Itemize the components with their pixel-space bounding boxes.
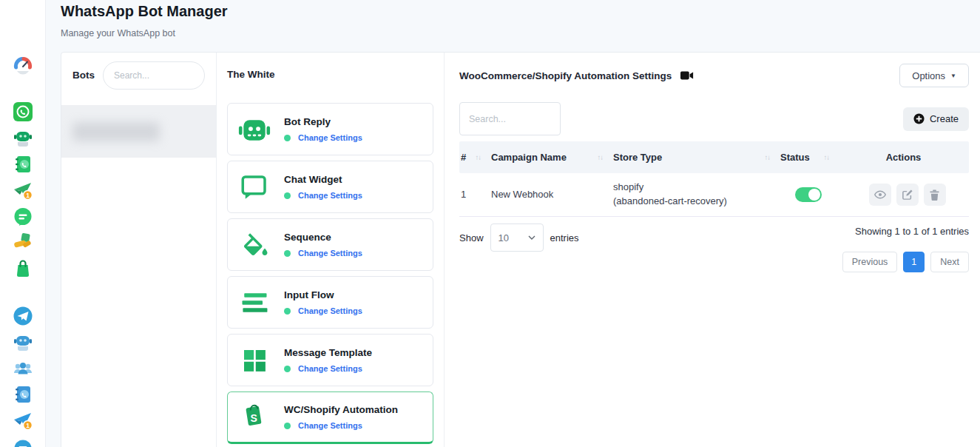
status-dot — [284, 423, 291, 429]
send-green-badge-icon[interactable]: 1 — [13, 180, 33, 201]
status-cell — [779, 187, 838, 202]
sort-icon: ↑↓ — [765, 153, 771, 161]
column-header-status[interactable]: Status↑↓ — [779, 152, 838, 163]
column-header-num[interactable]: #↑↓ — [459, 152, 490, 163]
chat-bubble-icon — [237, 170, 271, 204]
bot-features-panel: The White Bot Reply — [217, 53, 445, 447]
delete-button[interactable] — [924, 184, 946, 206]
pagination: Previous 1 Next — [842, 252, 969, 272]
store-type-cell: shopify (abandoned-cart-recovery) — [612, 181, 779, 209]
show-label: Show — [459, 232, 484, 243]
change-settings-link[interactable]: Change Settings — [298, 249, 362, 258]
plus-circle-icon — [913, 113, 925, 124]
previous-page-button[interactable]: Previous — [842, 252, 898, 272]
actions-cell — [838, 184, 969, 206]
panel-title: WooCommerce/Shopify Automation Settings — [459, 70, 672, 81]
chat-green-icon[interactable] — [13, 206, 33, 227]
users-blue-icon[interactable] — [13, 358, 33, 379]
feature-title: Chat Widget — [284, 174, 362, 185]
status-dot — [284, 135, 291, 141]
change-settings-link[interactable]: Change Settings — [298, 191, 362, 200]
feature-title: Bot Reply — [284, 116, 362, 127]
robot-blue-icon[interactable] — [13, 332, 33, 352]
whatsapp-icon[interactable] — [13, 101, 33, 122]
contacts-blue-icon[interactable] — [13, 384, 33, 405]
bots-search-input[interactable] — [103, 61, 205, 90]
row-number: 1 — [459, 188, 490, 202]
shopify-bag-icon: S — [237, 400, 271, 434]
robot-green-icon[interactable] — [13, 127, 33, 148]
grid-icon — [237, 343, 271, 377]
page-subtitle: Manage your WhatsApp bot — [61, 28, 175, 38]
feature-title: Input Flow — [284, 289, 362, 300]
status-dot — [284, 308, 291, 315]
svg-text:1: 1 — [26, 192, 30, 199]
column-header-campaign[interactable]: Campaign Name↑↓ — [490, 152, 612, 163]
chevron-down-icon: ▼ — [950, 73, 956, 79]
table-summary: Showing 1 to 1 of 1 entries — [855, 226, 969, 237]
sort-icon: ↑↓ — [598, 153, 604, 161]
feature-card-wc-shopify[interactable]: S WC/Shopify Automation Change Settings — [227, 391, 433, 444]
contacts-green-icon[interactable] — [13, 154, 33, 175]
page-title: WhatsApp Bot Manager — [61, 3, 228, 20]
paint-bucket-icon — [237, 228, 271, 262]
column-header-actions: Actions — [838, 152, 969, 163]
change-settings-link[interactable]: Change Settings — [298, 133, 362, 142]
change-settings-link[interactable]: Change Settings — [298, 306, 362, 315]
sort-icon: ↑↓ — [476, 153, 481, 161]
table-search-input[interactable] — [459, 102, 561, 135]
create-button[interactable]: Create — [903, 107, 969, 131]
bots-panel: Bots — [61, 53, 217, 447]
feature-card-chat-widget[interactable]: Chat Widget Change Settings — [227, 161, 433, 213]
next-page-button[interactable]: Next — [930, 252, 969, 272]
app-icon-sidebar: 1 — [0, 0, 46, 447]
options-button[interactable]: Options ▼ — [899, 64, 969, 87]
change-settings-link[interactable]: Change Settings — [298, 364, 362, 373]
dashboard-gauge-icon[interactable] — [13, 56, 33, 76]
status-toggle[interactable] — [795, 187, 822, 202]
video-camera-icon[interactable] — [680, 71, 694, 80]
automation-table: #↑↓ Campaign Name↑↓ Store Type↑↓ Status↑… — [459, 141, 969, 217]
change-settings-link[interactable]: Change Settings — [298, 421, 362, 430]
feature-card-bot-reply[interactable]: Bot Reply Change Settings — [227, 103, 433, 155]
svg-text:S: S — [250, 412, 257, 424]
telegram-icon[interactable] — [13, 306, 33, 326]
robot-icon — [237, 112, 271, 147]
entries-label: entries — [550, 232, 579, 243]
feature-title: WC/Shopify Automation — [284, 404, 398, 415]
sort-icon: ↑↓ — [824, 153, 830, 161]
chevron-down-icon — [528, 235, 535, 240]
status-dot — [284, 250, 291, 257]
campaign-name-cell: New Webhook — [490, 188, 612, 202]
edit-button[interactable] — [896, 184, 919, 206]
page-1-button[interactable]: 1 — [903, 252, 925, 272]
column-header-store-type[interactable]: Store Type↑↓ — [612, 152, 779, 163]
bot-name-redacted — [72, 122, 160, 141]
shopping-bag-icon[interactable] — [13, 258, 33, 279]
send-blue-badge-icon[interactable]: 1 — [13, 410, 33, 431]
main-content: WhatsApp Bot Manager Manage your WhatsAp… — [46, 0, 980, 447]
bot-list-item-selected[interactable] — [61, 105, 216, 158]
table-row: 1 New Webhook shopify (abandoned-cart-re… — [459, 173, 969, 217]
automation-settings-panel: WooCommerce/Shopify Automation Settings … — [445, 53, 980, 447]
status-dot — [284, 192, 291, 199]
page-size-select[interactable]: 10 — [490, 223, 544, 252]
trash-icon — [930, 189, 939, 201]
feature-title: Sequence — [284, 232, 362, 243]
feature-card-message-template[interactable]: Message Template Change Settings — [227, 334, 433, 386]
view-button[interactable] — [869, 184, 891, 206]
edit-icon — [902, 189, 913, 200]
manager-card: Bots The White — [61, 52, 980, 447]
feature-title: Message Template — [284, 347, 372, 358]
partnership-icon[interactable] — [13, 232, 33, 252]
status-dot — [284, 366, 291, 372]
svg-text:1: 1 — [26, 422, 30, 429]
chat-blue-icon[interactable] — [13, 438, 33, 447]
bot-name-title: The White — [227, 69, 433, 80]
eye-icon — [874, 190, 886, 199]
feature-card-input-flow[interactable]: Input Flow Change Settings — [227, 276, 433, 329]
feature-card-sequence[interactable]: Sequence Change Settings — [227, 218, 433, 271]
lines-icon — [237, 286, 271, 320]
bots-panel-title: Bots — [72, 61, 95, 90]
table-header-row: #↑↓ Campaign Name↑↓ Store Type↑↓ Status↑… — [459, 141, 969, 173]
